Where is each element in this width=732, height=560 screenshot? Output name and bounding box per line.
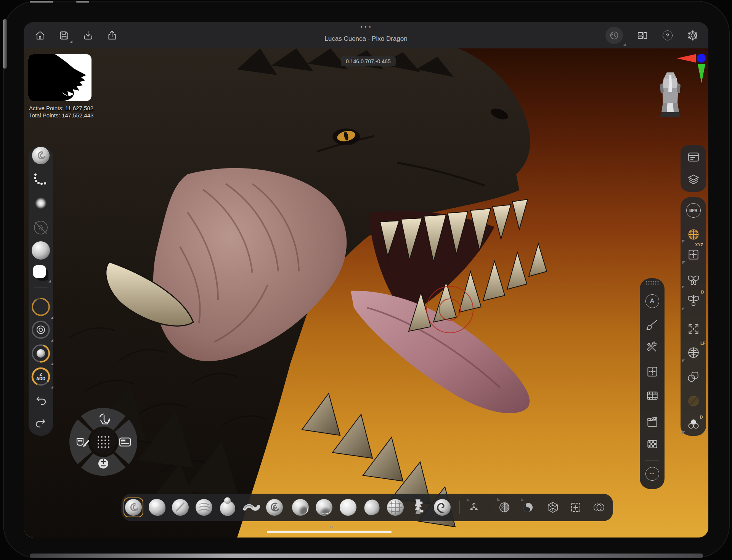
toolbar-drag-handle[interactable] — [645, 280, 660, 286]
dynamic-badge: D — [701, 290, 704, 294]
symmetry-dynamic-icon[interactable]: D — [686, 293, 701, 309]
brush-sphere-grid[interactable] — [387, 499, 404, 516]
layout-panels-icon[interactable] — [637, 30, 648, 41]
brush-cursor-inner — [439, 298, 461, 321]
brush-sphere-slash[interactable] — [172, 499, 189, 516]
brush-snake-hook[interactable] — [242, 500, 260, 515]
utility-toolbar: A ••• — [640, 278, 665, 489]
scene-panel-icon[interactable] — [687, 151, 700, 164]
redo-icon[interactable] — [34, 417, 48, 431]
layers-icon[interactable] — [687, 173, 700, 186]
paint-brush-icon[interactable] — [645, 318, 660, 332]
save-icon[interactable] — [58, 30, 70, 41]
size-dial[interactable] — [31, 297, 51, 317]
material-disabled-icon[interactable] — [687, 394, 700, 408]
dial-submenu-indicator — [51, 316, 53, 319]
render-checker-icon[interactable] — [645, 437, 659, 451]
tools-icon[interactable] — [645, 340, 660, 355]
auto-masking-icon[interactable]: A — [645, 294, 659, 308]
cursor-coordinates: 0.146,0.707,-0.465 — [341, 56, 396, 66]
submenu-indicator — [682, 431, 685, 434]
import-icon[interactable] — [82, 30, 94, 41]
page-dot-active[interactable] — [326, 526, 328, 528]
history-icon[interactable] — [605, 27, 623, 44]
axis-x-icon[interactable] — [677, 54, 696, 63]
focal-dial[interactable] — [31, 320, 51, 340]
mask-shade-icon[interactable] — [498, 501, 511, 514]
point-stats: Active Points: 11,627,582 Total Points: … — [29, 104, 93, 119]
alpha-icon[interactable] — [35, 197, 47, 209]
swatch-submenu-indicator — [48, 280, 51, 282]
zoom-plus-minus-icon — [98, 459, 108, 469]
boolean-circles-icon[interactable] — [593, 501, 606, 514]
more-options-icon[interactable]: ••• — [645, 467, 659, 481]
frame-view-icon[interactable] — [687, 322, 700, 336]
symmetry-icon[interactable] — [686, 273, 701, 287]
zadd-label-add: ADD — [36, 377, 45, 381]
navigation-puck[interactable] — [67, 406, 140, 478]
submenu-indicator — [682, 240, 685, 243]
canvas-doc-icon[interactable] — [645, 365, 659, 379]
polyframe-icon[interactable] — [687, 228, 700, 241]
brush-sphere-clay[interactable] — [149, 499, 165, 516]
submenu-indicator — [682, 261, 685, 264]
save-submenu-indicator — [70, 40, 72, 43]
volume-button — [30, 1, 53, 3]
topbar-left-group — [34, 22, 118, 48]
floor-grid-icon[interactable]: XYZ — [687, 248, 700, 263]
brush-sphere-bump[interactable] — [220, 499, 235, 516]
undo-icon[interactable] — [34, 395, 48, 408]
page-dot[interactable] — [330, 526, 333, 528]
brush-sphere-spiral[interactable] — [434, 499, 451, 516]
dial-submenu-indicator — [51, 386, 53, 388]
device-rim-left — [3, 19, 7, 69]
share-icon[interactable] — [106, 30, 118, 41]
smooth-dial[interactable] — [31, 343, 51, 363]
topbar-right-group: ? — [605, 22, 698, 48]
stroke-curve-icon[interactable] — [32, 171, 49, 188]
crop-add-icon[interactable] — [569, 501, 582, 514]
color-swatch-icon[interactable] — [33, 265, 48, 281]
axis-y-icon[interactable] — [698, 64, 705, 83]
help-icon[interactable]: ? — [662, 30, 673, 41]
channels-icon[interactable]: D — [687, 417, 700, 433]
selection-curve-icon[interactable] — [522, 501, 535, 514]
model-thumbnail[interactable] — [28, 54, 92, 101]
texture-off-icon[interactable] — [32, 219, 50, 236]
scene-panel-group — [681, 145, 706, 192]
home-icon[interactable] — [34, 30, 46, 41]
submenu-indicator — [682, 308, 685, 311]
brush-sphere-ridges[interactable] — [196, 499, 212, 516]
axis-z-icon[interactable] — [697, 54, 706, 63]
submenu-indicator — [497, 498, 500, 501]
brush-sphere-swirl[interactable] — [125, 499, 142, 516]
brush-block-polish[interactable] — [411, 498, 426, 517]
gizmo-shapes-icon[interactable] — [687, 370, 700, 383]
help-glyph: ? — [666, 32, 669, 39]
camera-home-bust-icon[interactable] — [657, 69, 684, 117]
brush-preview-icon[interactable] — [32, 147, 50, 164]
brush-sphere-scoop-2[interactable] — [316, 499, 332, 516]
settings-gear-icon[interactable] — [687, 30, 698, 41]
transpose-gizmo-icon[interactable] — [467, 501, 480, 514]
submenu-indicator — [467, 498, 470, 501]
brush-sphere-scoop[interactable] — [292, 499, 309, 516]
material-sphere-icon[interactable] — [32, 241, 50, 260]
brush-sphere-drop[interactable] — [364, 500, 379, 515]
dial-submenu-indicator — [51, 339, 53, 342]
mesh-cube-icon[interactable] — [546, 501, 559, 514]
clapper-icon[interactable] — [645, 415, 659, 429]
app-screen: ● ● ● Lucas Cuenca - Pixo Dragon — [24, 22, 708, 538]
submenu-indicator — [682, 359, 685, 363]
home-indicator[interactable] — [267, 531, 392, 533]
dial-submenu-indicator — [51, 363, 53, 365]
submenu-indicator — [521, 498, 524, 501]
lf-badge: LF — [700, 341, 705, 345]
bpr-icon[interactable]: BPR — [686, 203, 701, 218]
filmstrip-icon[interactable] — [645, 389, 659, 403]
camera-lf-icon[interactable]: LF — [687, 346, 700, 361]
brush-sphere-swirl-dark[interactable] — [266, 499, 283, 516]
a-glyph: A — [650, 297, 654, 305]
zadd-dial[interactable]: ZADD — [31, 367, 51, 387]
brush-sphere-smooth[interactable] — [340, 499, 356, 516]
